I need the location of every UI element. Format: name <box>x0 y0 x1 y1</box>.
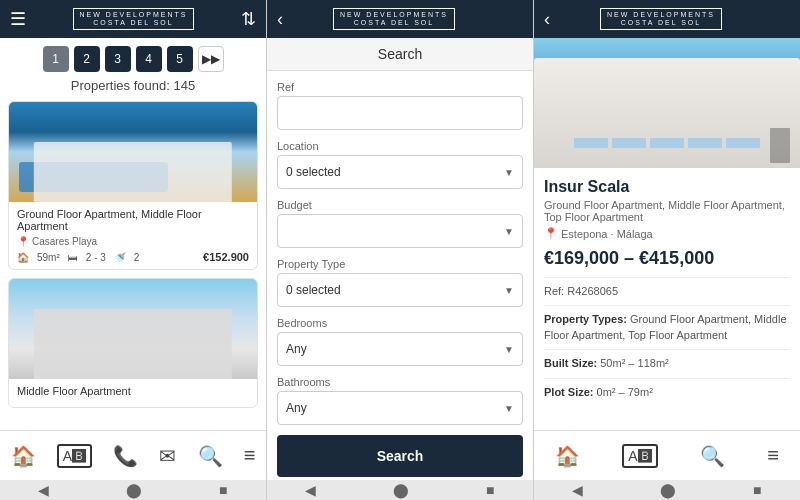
listings-body: 1 2 3 4 5 ▶▶ Properties found: 145 Groun… <box>0 38 266 430</box>
property-ref: Ref: R4268065 <box>544 284 790 299</box>
properties-count: Properties found: 145 <box>8 78 258 93</box>
bath-icon: 🚿 <box>114 252 126 263</box>
property-type-select[interactable]: 0 selected ▼ <box>277 273 523 307</box>
detail-content: Insur Scala Ground Floor Apartment, Midd… <box>534 168 800 415</box>
hamburger-icon[interactable]: ☰ <box>10 8 26 30</box>
bedrooms-label: Bedrooms <box>277 317 523 329</box>
search-form: Ref Location 0 selected ▼ Budget ▼ Prope… <box>267 71 533 480</box>
divider-2 <box>544 305 790 306</box>
panel1-bottom-nav: 🏠 A🅱 📞 ✉ 🔍 ≡ <box>0 430 266 480</box>
page-btn-5[interactable]: 5 <box>167 46 193 72</box>
building-decoration-1 <box>34 142 232 202</box>
nav-back[interactable]: ◀ <box>38 482 49 498</box>
search-button[interactable]: Search <box>277 435 523 477</box>
page-next[interactable]: ▶▶ <box>198 46 224 72</box>
sort-icon[interactable]: ⇅ <box>241 8 256 30</box>
plot-size-field: Plot Size: 0m² – 79m² <box>544 385 790 400</box>
pagination: 1 2 3 4 5 ▶▶ <box>8 46 258 72</box>
panel3-nav-home[interactable]: ⬤ <box>660 482 676 498</box>
listing-info-2: Middle Floor Apartment <box>9 379 257 407</box>
location-value: 0 selected <box>286 165 341 179</box>
panel3-header: ‹ NEW DEVELOPMENTS COSTA DEL SOL <box>534 0 800 38</box>
nav3-search[interactable]: 🔍 <box>700 444 725 468</box>
location-group: Location 0 selected ▼ <box>277 140 523 189</box>
bedrooms-group: Bedrooms Any ▼ <box>277 317 523 366</box>
bathrooms-chevron: ▼ <box>504 403 514 414</box>
logo-panel3: NEW DEVELOPMENTS COSTA DEL SOL <box>600 8 722 31</box>
panel2-nav-square[interactable]: ■ <box>486 482 494 498</box>
logo-panel1: NEW DEVELOPMENTS COSTA DEL SOL <box>73 8 195 31</box>
panel1-nav-bar: ◀ ⬤ ■ <box>0 480 266 500</box>
listing-location-1: 📍 Casares Playa <box>17 236 249 247</box>
back-icon-panel2[interactable]: ‹ <box>277 9 283 30</box>
property-location: 📍 Estepona · Málaga <box>544 227 790 240</box>
nav-listings[interactable]: A🅱 <box>57 444 92 468</box>
panel1-header: ☰ NEW DEVELOPMENTS COSTA DEL SOL ⇅ <box>0 0 266 38</box>
page-btn-1[interactable]: 1 <box>43 46 69 72</box>
property-name: Insur Scala <box>544 178 790 196</box>
nav-phone[interactable]: 📞 <box>113 444 138 468</box>
bathrooms-group: Bathrooms Any ▼ <box>277 376 523 425</box>
nav3-menu[interactable]: ≡ <box>767 444 779 467</box>
listing-info-1: Ground Floor Apartment, Middle Floor Apa… <box>9 202 257 269</box>
page-btn-3[interactable]: 3 <box>105 46 131 72</box>
location-label: Location <box>277 140 523 152</box>
budget-chevron: ▼ <box>504 226 514 237</box>
nav-square[interactable]: ■ <box>219 482 227 498</box>
property-type-label: Property Type <box>277 258 523 270</box>
ref-input[interactable] <box>277 96 523 130</box>
listing-image-2 <box>9 279 257 379</box>
panel-listings: ☰ NEW DEVELOPMENTS COSTA DEL SOL ⇅ 1 2 3… <box>0 0 267 500</box>
page-btn-2[interactable]: 2 <box>74 46 100 72</box>
listing-meta-1: 🏠 59m² 🛏 2 - 3 🚿 2 €152.900 <box>17 251 249 263</box>
panel2-nav-back[interactable]: ◀ <box>305 482 316 498</box>
panel-search: ‹ NEW DEVELOPMENTS COSTA DEL SOL Search … <box>267 0 534 500</box>
property-type-group: Property Type 0 selected ▼ <box>277 258 523 307</box>
nav-home[interactable]: 🏠 <box>11 444 36 468</box>
detail-building-bg <box>534 58 800 169</box>
panel2-nav-home[interactable]: ⬤ <box>393 482 409 498</box>
listing-beds: 2 - 3 <box>86 252 106 263</box>
listing-card-1[interactable]: Ground Floor Apartment, Middle Floor Apa… <box>8 101 258 270</box>
bed-icon: 🛏 <box>68 252 78 263</box>
panel3-nav-back[interactable]: ◀ <box>572 482 583 498</box>
page-btn-4[interactable]: 4 <box>136 46 162 72</box>
listing-card-2[interactable]: Middle Floor Apartment <box>8 278 258 408</box>
panel3-nav-square[interactable]: ■ <box>753 482 761 498</box>
panel3-nav-bar: ◀ ⬤ ■ <box>534 480 800 500</box>
location-pin-icon-detail: 📍 <box>544 227 558 240</box>
app-container: ☰ NEW DEVELOPMENTS COSTA DEL SOL ⇅ 1 2 3… <box>0 0 800 500</box>
panel2-header: ‹ NEW DEVELOPMENTS COSTA DEL SOL <box>267 0 533 38</box>
property-type-value: 0 selected <box>286 283 341 297</box>
tree-decoration <box>770 128 790 163</box>
window <box>574 138 608 148</box>
nav-menu[interactable]: ≡ <box>244 444 256 467</box>
listing-price-1: €152.900 <box>203 251 249 263</box>
listing-baths: 2 <box>134 252 140 263</box>
location-chevron: ▼ <box>504 167 514 178</box>
divider-4 <box>544 378 790 379</box>
ref-label: Ref <box>277 81 523 93</box>
bedrooms-chevron: ▼ <box>504 344 514 355</box>
bathrooms-label: Bathrooms <box>277 376 523 388</box>
window <box>650 138 684 148</box>
budget-select[interactable]: ▼ <box>277 214 523 248</box>
ref-group: Ref <box>277 81 523 130</box>
built-size-field: Built Size: 50m² – 118m² <box>544 356 790 371</box>
nav-search[interactable]: 🔍 <box>198 444 223 468</box>
nav3-home[interactable]: 🏠 <box>555 444 580 468</box>
nav-home-circle[interactable]: ⬤ <box>126 482 142 498</box>
budget-group: Budget ▼ <box>277 199 523 248</box>
nav-mail[interactable]: ✉ <box>159 444 176 468</box>
bedrooms-select[interactable]: Any ▼ <box>277 332 523 366</box>
property-price: €169,000 – €415,000 <box>544 248 790 269</box>
back-icon-panel3[interactable]: ‹ <box>544 9 550 30</box>
panel2-nav-bar: ◀ ⬤ ■ <box>267 480 533 500</box>
bathrooms-select[interactable]: Any ▼ <box>277 391 523 425</box>
divider-3 <box>544 349 790 350</box>
location-select[interactable]: 0 selected ▼ <box>277 155 523 189</box>
detail-image <box>534 38 800 168</box>
nav3-listings[interactable]: A🅱 <box>622 444 657 468</box>
panel3-bottom-nav: 🏠 A🅱 🔍 ≡ <box>534 430 800 480</box>
search-title: Search <box>267 38 533 71</box>
